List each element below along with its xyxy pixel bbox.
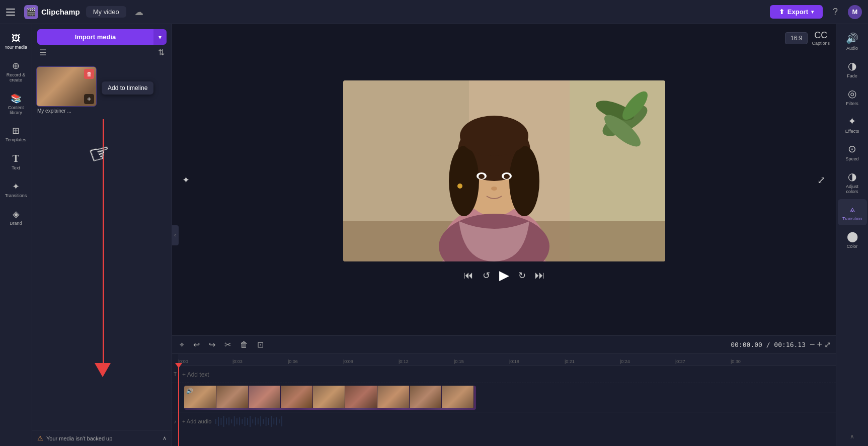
playhead[interactable] xyxy=(178,366,179,446)
undo-button[interactable]: ↩ xyxy=(191,339,202,350)
sidebar-item-your-media[interactable]: 🖼 Your media xyxy=(2,28,30,55)
audio-tool-icon: 🔊 xyxy=(846,32,858,44)
video-title[interactable]: My video xyxy=(86,6,126,18)
ruler-mark-3: |0:03 xyxy=(232,359,243,364)
timeline-tracks-container: |0:00 |0:03 |0:06 |0:09 |0:12 |0:15 |0:1… xyxy=(172,354,836,446)
zoom-in-button[interactable]: + xyxy=(817,339,822,350)
svg-rect-28 xyxy=(229,417,230,425)
video-frame-4 xyxy=(281,386,313,408)
video-frame-2 xyxy=(216,386,249,408)
backup-warning-text: Your media isn't backed up xyxy=(46,435,112,441)
sidebar-item-record-create[interactable]: ⊕ Record & create xyxy=(2,55,30,88)
media-panel-footer: ⚠ Your media isn't backed up ∧ xyxy=(32,430,172,446)
export-button[interactable]: ⬆ Export ▾ xyxy=(770,5,823,19)
skip-back-button[interactable]: ⏮ xyxy=(463,270,474,281)
speed-tool[interactable]: ⊙ Speed xyxy=(838,139,867,165)
import-media-button[interactable]: Import media xyxy=(37,29,153,45)
record-create-icon: ⊕ xyxy=(12,60,20,71)
effects-tool[interactable]: ✦ Effects xyxy=(838,111,867,138)
play-button[interactable]: ▶ xyxy=(499,267,509,283)
left-sidebar: 🖼 Your media ⊕ Record & create 📚 Content… xyxy=(0,24,32,446)
add-text-button[interactable]: + Add text xyxy=(178,371,213,378)
sort-icon[interactable]: ⇅ xyxy=(158,48,165,57)
fade-tool[interactable]: ◑ Fade xyxy=(838,56,867,82)
hamburger-menu[interactable] xyxy=(6,6,18,18)
save-clip-button[interactable]: ⊡ xyxy=(255,339,266,350)
app-name: Clipchamp xyxy=(41,8,80,16)
ruler-mark-6: |0:06 xyxy=(288,359,298,364)
sidebar-item-brand[interactable]: ◈ Brand xyxy=(2,204,30,231)
sidebar-item-text[interactable]: T Text xyxy=(2,148,30,176)
adjust-colors-icon: ◑ xyxy=(848,170,856,183)
red-arrow-line xyxy=(103,119,104,366)
svg-rect-38 xyxy=(255,417,256,425)
cursor-hand: ☞ xyxy=(86,137,114,169)
your-media-icon: 🖼 xyxy=(12,33,21,44)
filter-icon[interactable]: ☰ xyxy=(39,48,46,57)
audio-waveform xyxy=(215,415,832,428)
ruler-mark-30: |0:30 xyxy=(731,359,741,364)
media-item[interactable]: 🗑 ＋ My explainer ... xyxy=(36,66,97,115)
redo-button[interactable]: ↪ xyxy=(206,339,218,350)
cut-button[interactable]: ✂ xyxy=(222,339,233,350)
timeline-toolbar: ⌖ ↩ ↪ ✂ 🗑 ⊡ 00:00.00 / 00:16.13 − + ⤢ xyxy=(172,336,836,354)
expand-timeline-button[interactable]: ⤢ xyxy=(824,340,831,349)
ruler-mark-21: |0:21 xyxy=(565,359,575,364)
svg-rect-42 xyxy=(266,417,267,426)
aspect-ratio-button[interactable]: 16:9 xyxy=(785,32,808,44)
audio-tool[interactable]: 🔊 Audio xyxy=(838,28,867,55)
svg-rect-27 xyxy=(226,418,227,424)
svg-rect-36 xyxy=(250,416,251,427)
backup-dismiss[interactable]: ∧ xyxy=(163,435,167,441)
transition-tool[interactable]: ⟁ Transition xyxy=(838,199,867,225)
captions-icon: CC xyxy=(814,30,827,41)
color-tool-label: Color xyxy=(847,244,858,249)
save-icon: ☁ xyxy=(134,7,143,18)
svg-rect-29 xyxy=(231,419,232,423)
sidebar-item-content-library[interactable]: 📚 Content library xyxy=(2,88,30,121)
preview-image xyxy=(343,80,665,261)
right-panel: 🔊 Audio ◑ Fade ◎ Filters ✦ Effects ⊙ Spe… xyxy=(836,24,868,446)
filters-tool-label: Filters xyxy=(846,101,858,106)
svg-rect-24 xyxy=(218,417,219,426)
svg-rect-34 xyxy=(245,417,246,426)
media-panel-top: Import media ▾ ☰ ⇅ xyxy=(32,24,172,63)
backup-warning-icon: ⚠ xyxy=(37,434,43,442)
collapse-panel-handle[interactable]: ‹ xyxy=(172,225,179,245)
filters-tool[interactable]: ◎ Filters xyxy=(838,83,867,110)
captions-button[interactable]: CC Captions xyxy=(812,30,830,46)
sidebar-item-transitions[interactable]: ✦ Transitions xyxy=(2,176,30,204)
timeline-timecode: 00:00.00 / 00:16.13 xyxy=(731,341,806,348)
svg-rect-32 xyxy=(240,417,241,425)
fade-tool-label: Fade xyxy=(847,73,857,78)
media-panel: Import media ▾ ☰ ⇅ 🗑 ＋ My explainer ... xyxy=(32,24,172,446)
export-label: Export xyxy=(787,8,808,16)
cursor-tool-button[interactable]: ⌖ xyxy=(177,339,187,350)
fullscreen-button[interactable]: ⤢ xyxy=(817,174,826,186)
zoom-out-button[interactable]: − xyxy=(810,339,815,350)
delete-icon[interactable]: 🗑 xyxy=(84,69,94,79)
delete-button[interactable]: 🗑 xyxy=(238,339,251,350)
ruler-mark-18: |0:18 xyxy=(509,359,519,364)
add-to-timeline-icon[interactable]: ＋ xyxy=(84,94,94,104)
ruler-mark-24: |0:24 xyxy=(620,359,630,364)
playhead-head xyxy=(175,363,182,368)
red-arrow-head xyxy=(95,363,111,377)
adjust-colors-tool[interactable]: ◑ Adjust colors xyxy=(838,166,867,198)
svg-rect-40 xyxy=(261,416,262,426)
add-audio-button[interactable]: + Add audio xyxy=(178,418,215,424)
brand-label: Brand xyxy=(10,221,22,226)
forward-5-button[interactable]: ↻ xyxy=(518,270,526,281)
right-panel-chevron[interactable]: ∧ xyxy=(848,431,856,442)
sidebar-item-templates[interactable]: ⊞ Templates xyxy=(2,120,30,148)
svg-rect-35 xyxy=(247,418,248,425)
avatar[interactable]: M xyxy=(848,5,862,19)
rewind-5-button[interactable]: ↺ xyxy=(483,270,490,281)
import-button-row: Import media ▾ xyxy=(37,29,167,45)
import-caret-button[interactable]: ▾ xyxy=(153,29,167,45)
magic-button[interactable]: ✦ xyxy=(182,174,190,186)
skip-forward-button[interactable]: ⏭ xyxy=(535,270,545,281)
color-tool[interactable]: ⬤ Color xyxy=(838,226,867,253)
help-icon[interactable]: ? xyxy=(833,7,838,17)
video-clip[interactable]: 🔊 xyxy=(184,386,476,410)
